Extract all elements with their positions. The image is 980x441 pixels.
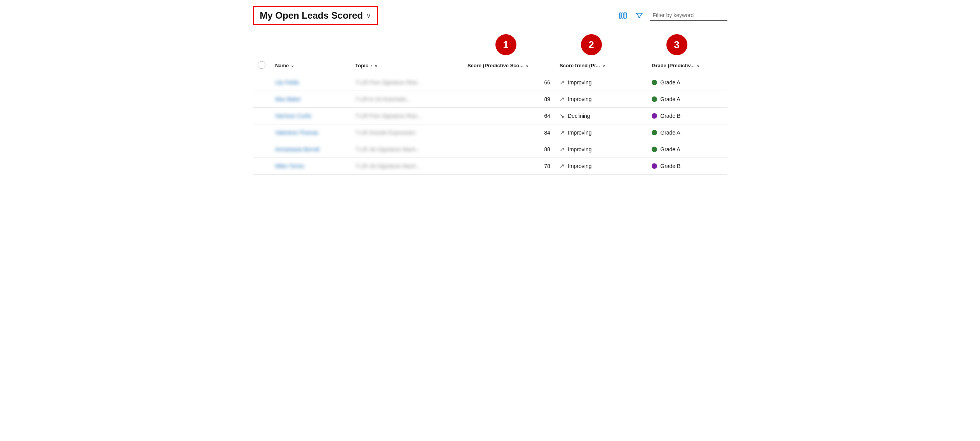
row-score: 89 [463,91,555,108]
th-topic[interactable]: Topic ↑ ∨ [350,57,463,74]
th-trend-label: Score trend (Pr... [560,63,600,68]
row-score: 78 [463,158,555,175]
row-name[interactable]: Miles Torres [270,158,350,175]
annotation-bubble-3: 3 [666,34,687,55]
row-score: 66 [463,74,555,91]
svg-text:+: + [624,12,626,15]
trend-arrow-icon: ↘ [560,112,565,119]
grade-label: Grade B [660,113,680,119]
row-score: 64 [463,108,555,124]
row-name[interactable]: Annastasia Berndt [270,141,350,158]
annotation-bubble-2: 2 [581,34,602,55]
row-topic: T-Lift Jet Signature Mach... [350,158,463,175]
row-topic: T-Lift Grande Expression [350,124,463,141]
th-score[interactable]: Score (Predictive Sco... ∨ [463,57,555,74]
th-grade[interactable]: Grade (Predictiv... ∨ [647,57,727,74]
header-checkbox[interactable] [258,61,265,69]
grade-label: Grade A [660,79,680,86]
trend-label: Improving [568,130,591,136]
leads-table: Name ∨ Topic ↑ ∨ Score (Predictive Sco..… [253,57,727,175]
row-grade: Grade A [647,91,727,108]
th-trend-chevron: ∨ [602,64,605,68]
trend-label: Improving [568,163,591,169]
svg-rect-1 [622,13,623,18]
columns-icon: + [619,11,627,20]
row-name[interactable]: Max Baker [270,91,350,108]
grade-label: Grade A [660,146,680,152]
row-topic: T-Lift Free Signature Rise... [350,108,463,124]
th-trend[interactable]: Score trend (Pr... ∨ [555,57,647,74]
row-grade: Grade A [647,74,727,91]
row-checkbox-cell [253,124,270,141]
grade-label: Grade A [660,96,680,102]
grade-dot [652,80,657,85]
trend-arrow-icon: ↗ [560,96,565,103]
table-row: Harrison Curtis T-Lift Free Signature Ri… [253,108,727,124]
row-score: 88 [463,141,555,158]
row-checkbox-cell [253,108,270,124]
row-topic: T-Lift Jet Signature Mach... [350,141,463,158]
row-name[interactable]: Harrison Curtis [270,108,350,124]
svg-rect-0 [619,13,621,18]
th-grade-label: Grade (Predictiv... [652,63,694,68]
row-grade: Grade A [647,141,727,158]
th-name-label: Name [275,63,289,68]
th-name-chevron: ∨ [291,64,294,68]
row-grade: Grade B [647,108,727,124]
grade-label: Grade B [660,163,680,169]
header-row: My Open Leads Scored ∨ + [253,6,727,25]
annotation-bubble-1: 1 [495,34,516,55]
th-score-label: Score (Predictive Sco... [467,63,524,68]
row-name[interactable]: Lily Fields [270,74,350,91]
trend-label: Improving [568,79,591,86]
row-trend: ↗ Improving [555,124,647,141]
title-chevron-icon: ∨ [366,11,371,20]
row-checkbox-cell [253,91,270,108]
grade-label: Grade A [660,130,680,136]
title-dropdown[interactable]: My Open Leads Scored ∨ [253,6,378,25]
filter-icon [635,11,643,20]
table-row: Annastasia Berndt T-Lift Jet Signature M… [253,141,727,158]
row-topic: T-Lift In-10 Automatic... [350,91,463,108]
table-header-row: Name ∨ Topic ↑ ∨ Score (Predictive Sco..… [253,57,727,74]
filter-input[interactable] [650,10,727,21]
trend-arrow-icon: ↗ [560,79,565,86]
header-actions: + [617,10,727,21]
row-trend: ↗ Improving [555,158,647,175]
trend-arrow-icon: ↗ [560,163,565,170]
row-grade: Grade A [647,124,727,141]
annotations-row: 1 2 3 [253,28,727,55]
th-topic-label: Topic [355,63,368,68]
table-row: Lily Fields T-Lift Free Signature Rise..… [253,74,727,91]
th-score-chevron: ∨ [526,64,528,68]
row-topic: T-Lift Free Signature Rise... [350,74,463,91]
grade-dot [652,96,657,102]
row-score: 84 [463,124,555,141]
grade-dot [652,163,657,169]
row-name[interactable]: Valentina Thomas [270,124,350,141]
row-trend: ↗ Improving [555,74,647,91]
grade-dot [652,113,657,119]
grade-dot [652,147,657,152]
row-trend: ↘ Declining [555,108,647,124]
th-grade-chevron: ∨ [697,64,699,68]
filter-button[interactable] [633,10,645,21]
row-trend: ↗ Improving [555,141,647,158]
trend-arrow-icon: ↗ [560,146,565,153]
trend-arrow-icon: ↗ [560,129,565,136]
th-name[interactable]: Name ∨ [270,57,350,74]
trend-label: Declining [568,113,590,119]
row-grade: Grade B [647,158,727,175]
th-checkbox [253,57,270,74]
trend-label: Improving [568,96,591,102]
row-trend: ↗ Improving [555,91,647,108]
row-checkbox-cell [253,74,270,91]
th-topic-sort: ↑ [370,64,372,68]
trend-label: Improving [568,146,591,152]
row-checkbox-cell [253,158,270,175]
columns-button[interactable]: + [617,10,629,21]
row-checkbox-cell [253,141,270,158]
table-row: Max Baker T-Lift In-10 Automatic... 89 ↗… [253,91,727,108]
table-row: Miles Torres T-Lift Jet Signature Mach..… [253,158,727,175]
table-row: Valentina Thomas T-Lift Grande Expressio… [253,124,727,141]
